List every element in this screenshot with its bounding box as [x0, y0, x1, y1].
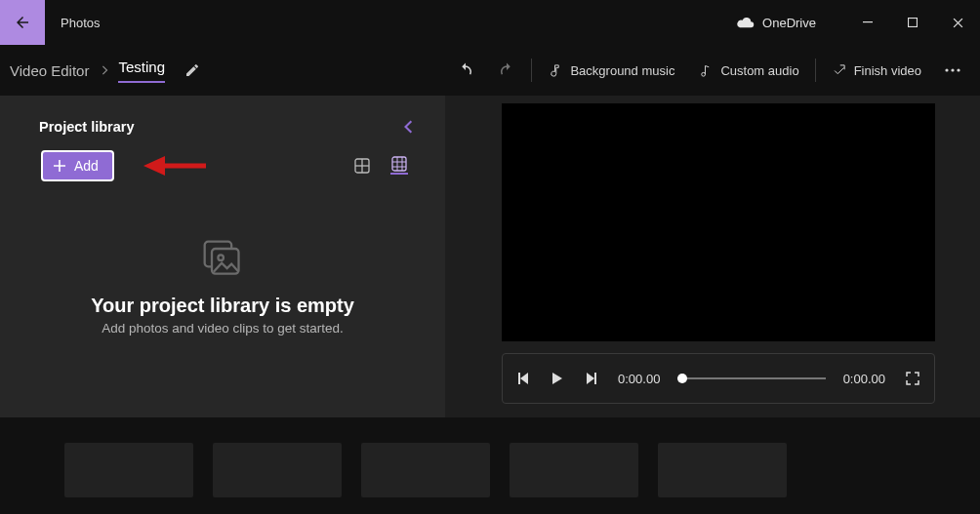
toolbar-divider [531, 59, 532, 82]
time-current: 0:00.00 [618, 372, 660, 386]
storyboard-slot[interactable] [658, 443, 787, 497]
seek-thumb[interactable] [677, 374, 687, 383]
close-icon [953, 18, 963, 28]
svg-rect-20 [518, 373, 520, 384]
annotation-arrow [143, 154, 208, 178]
time-total: 0:00.00 [843, 372, 885, 386]
preview-panel: 0:00.00 0:00.00 [445, 96, 980, 417]
svg-point-3 [945, 68, 948, 71]
cloud-icon [737, 17, 755, 28]
window-controls [845, 7, 980, 38]
background-music-button[interactable]: Background music [538, 58, 684, 84]
undo-icon [457, 61, 474, 79]
custom-audio-button[interactable]: Custom audio [688, 58, 808, 84]
close-button[interactable] [935, 7, 980, 38]
audio-icon [698, 63, 713, 78]
minimize-button[interactable] [845, 7, 890, 38]
main-content: Project library Add [0, 96, 980, 417]
empty-state-icon [201, 238, 244, 281]
maximize-button[interactable] [890, 7, 935, 38]
collapse-button[interactable] [404, 120, 414, 134]
svg-marker-22 [587, 373, 594, 384]
empty-heading: Your project library is empty [91, 295, 354, 317]
storyboard-slot[interactable] [510, 443, 638, 497]
add-button[interactable]: Add [41, 150, 114, 181]
redo-button[interactable] [488, 56, 525, 85]
titlebar: Photos OneDrive [0, 0, 980, 45]
view-large-button[interactable] [353, 157, 371, 175]
redo-icon [498, 61, 515, 79]
back-button[interactable] [0, 0, 45, 45]
svg-point-2 [702, 72, 706, 76]
storyboard-slot[interactable] [64, 443, 193, 497]
more-button[interactable] [935, 62, 970, 78]
svg-rect-11 [392, 157, 406, 171]
svg-point-4 [951, 68, 954, 71]
music-icon [548, 63, 562, 78]
arrow-left-icon [14, 14, 31, 31]
maximize-icon [908, 18, 918, 27]
breadcrumb-project[interactable]: Testing [118, 59, 165, 83]
project-library-panel: Project library Add [0, 96, 445, 417]
next-frame-button[interactable] [581, 372, 600, 385]
add-label: Add [74, 158, 99, 174]
svg-rect-23 [594, 373, 596, 384]
play-button[interactable] [548, 372, 567, 385]
app-title: Photos [61, 16, 100, 30]
svg-marker-21 [552, 373, 562, 384]
plus-icon [53, 159, 66, 173]
background-music-label: Background music [570, 63, 674, 78]
step-forward-icon [585, 372, 596, 385]
breadcrumb-root[interactable]: Video Editor [8, 59, 91, 83]
onedrive-label: OneDrive [762, 16, 816, 30]
storyboard-slot[interactable] [213, 443, 342, 497]
svg-point-5 [957, 68, 960, 71]
undo-button[interactable] [447, 56, 484, 85]
empty-subtext: Add photos and video clips to get starte… [102, 321, 344, 336]
grid-2x2-icon [354, 158, 370, 174]
grid-3x3-icon [391, 156, 407, 172]
finish-video-label: Finish video [854, 63, 921, 78]
view-small-button[interactable] [390, 157, 408, 175]
play-icon [551, 372, 563, 385]
svg-rect-1 [909, 19, 918, 27]
onedrive-button[interactable]: OneDrive [737, 16, 816, 30]
svg-marker-19 [520, 373, 528, 384]
fullscreen-button[interactable] [903, 372, 922, 385]
chevron-left-icon [404, 120, 414, 134]
custom-audio-label: Custom audio [720, 63, 798, 78]
storyboard-slot[interactable] [361, 443, 490, 497]
svg-marker-7 [143, 156, 165, 176]
rename-button[interactable] [184, 62, 200, 78]
fullscreen-icon [906, 372, 919, 385]
storyboard [0, 417, 980, 514]
export-icon [832, 63, 846, 78]
previous-frame-button[interactable] [514, 372, 534, 385]
toolbar: Video Editor Testing Background music Cu… [0, 45, 980, 96]
library-title: Project library [39, 119, 135, 135]
library-controls: Add [27, 150, 418, 181]
finish-video-button[interactable]: Finish video [822, 58, 931, 84]
svg-rect-0 [863, 21, 873, 22]
minimize-icon [863, 18, 873, 27]
pencil-icon [184, 62, 200, 78]
transport-bar: 0:00.00 0:00.00 [502, 353, 935, 404]
toolbar-divider [815, 59, 816, 82]
video-preview[interactable] [502, 103, 935, 341]
ellipsis-icon [945, 68, 960, 72]
arrow-right-to-left-icon [143, 154, 208, 178]
library-header: Project library [27, 111, 418, 144]
empty-state: Your project library is empty Add photos… [27, 181, 418, 406]
chevron-right-icon [101, 65, 108, 75]
step-back-icon [518, 372, 530, 385]
photos-stack-icon [201, 238, 244, 281]
seek-slider[interactable] [677, 377, 825, 379]
